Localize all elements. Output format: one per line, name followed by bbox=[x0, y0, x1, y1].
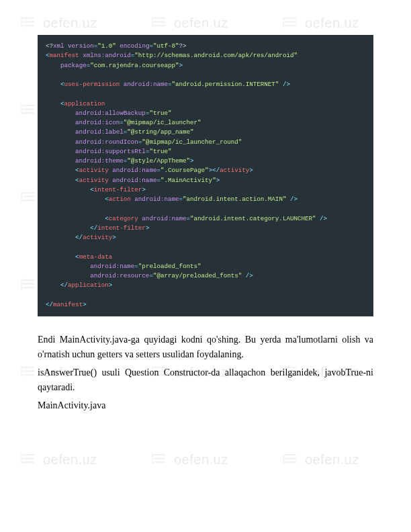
watermark: oefen.uz bbox=[151, 450, 228, 469]
code-block: <?xml version="1.0" encoding="utf-8"?> <… bbox=[38, 35, 373, 316]
watermark: oefen.uz bbox=[282, 450, 359, 469]
paragraph: isAnswerTrue() usuli Question Constructo… bbox=[38, 365, 373, 396]
watermark: oefen.uz bbox=[20, 450, 97, 469]
page-content: <?xml version="1.0" encoding="utf-8"?> <… bbox=[0, 0, 411, 443]
paragraph: MainActivity.java bbox=[38, 398, 373, 413]
paragraph: Endi MainActivity.java-ga quyidagi kodni… bbox=[38, 332, 373, 363]
